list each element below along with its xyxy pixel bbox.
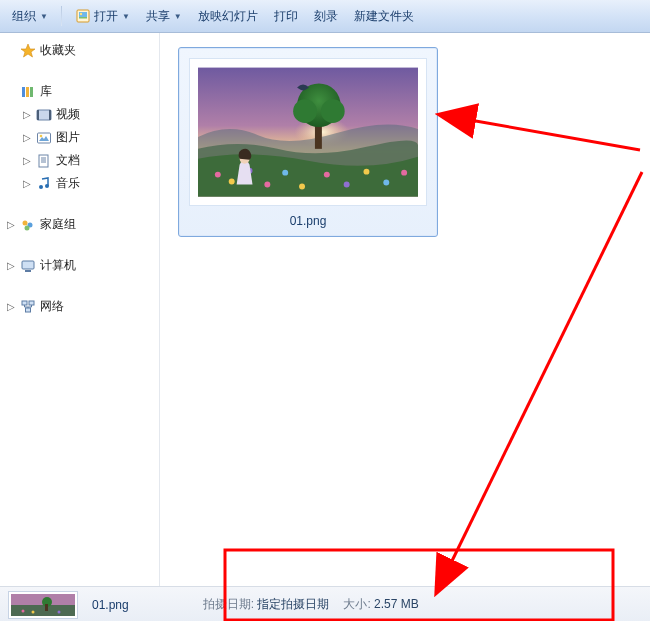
network-icon [20,299,36,315]
expand-icon[interactable]: ▷ [6,301,16,312]
svg-point-40 [324,172,330,178]
slideshow-label: 放映幻灯片 [198,8,258,25]
music-icon [36,176,52,192]
sidebar-item-documents[interactable]: ▷ 文档 [16,149,159,172]
dropdown-icon: ▼ [122,12,130,21]
date-label: 拍摄日期: [203,597,254,611]
libraries-icon [20,84,36,100]
svg-rect-27 [26,308,31,312]
open-icon [75,8,91,24]
new-folder-label: 新建文件夹 [354,8,414,25]
svg-rect-24 [25,270,31,272]
sidebar-item-libraries[interactable]: 库 [0,80,159,103]
svg-rect-9 [37,110,39,120]
svg-point-13 [40,134,43,137]
svg-rect-5 [22,87,25,97]
sidebar-item-computer[interactable]: ▷ 计算机 [0,254,159,277]
network-label: 网络 [40,298,64,315]
slideshow-button[interactable]: 放映幻灯片 [192,5,264,28]
svg-point-19 [45,184,49,188]
svg-rect-8 [37,110,51,120]
expand-icon[interactable]: ▷ [22,178,32,189]
svg-point-50 [22,609,25,612]
pictures-label: 图片 [56,129,80,146]
details-pane: 01.png 拍摄日期: 指定拍摄日期 大小: 2.57 MB [0,586,650,621]
svg-point-37 [264,182,270,188]
computer-group: ▷ 计算机 [0,254,159,277]
open-label: 打开 [94,8,118,25]
sidebar-item-network[interactable]: ▷ 网络 [0,295,159,318]
svg-rect-11 [38,133,51,143]
document-icon [36,153,52,169]
computer-icon [20,258,36,274]
svg-rect-49 [45,604,48,611]
image-preview-icon [198,67,418,197]
size-label: 大小: [343,597,370,611]
documents-label: 文档 [56,152,80,169]
burn-button[interactable]: 刻录 [308,5,344,28]
print-button[interactable]: 打印 [268,5,304,28]
svg-point-35 [229,179,235,185]
svg-point-41 [344,182,350,188]
svg-point-22 [25,225,30,230]
svg-point-51 [32,610,35,613]
burn-label: 刻录 [314,8,338,25]
toolbar: 组织 ▼ 打开 ▼ 共享 ▼ 放映幻灯片 打印 刻录 新建文件夹 [0,0,650,33]
favorites-label: 收藏夹 [40,42,76,59]
svg-point-39 [299,184,305,190]
svg-point-42 [363,169,369,175]
dropdown-icon: ▼ [40,12,48,21]
expand-icon[interactable]: ▷ [6,219,16,230]
libraries-label: 库 [40,83,52,100]
svg-rect-26 [29,301,34,305]
expand-icon[interactable]: ▷ [6,260,16,271]
svg-point-20 [23,220,28,225]
computer-label: 计算机 [40,257,76,274]
sidebar-item-favorites[interactable]: 收藏夹 [0,39,159,62]
sidebar-item-music[interactable]: ▷ 音乐 [16,172,159,195]
navigation-sidebar: 收藏夹 库 ▷ [0,33,160,586]
share-button[interactable]: 共享 ▼ [140,5,188,28]
svg-point-18 [39,185,43,189]
date-value[interactable]: 指定拍摄日期 [257,597,329,611]
svg-point-52 [58,610,61,613]
file-name-label: 01.png [189,206,427,228]
svg-point-44 [401,170,407,176]
svg-point-43 [383,180,389,186]
svg-rect-23 [22,261,34,269]
new-folder-button[interactable]: 新建文件夹 [348,5,420,28]
sidebar-item-pictures[interactable]: ▷ 图片 [16,126,159,149]
expand-icon[interactable]: ▷ [22,109,32,120]
picture-icon [36,130,52,146]
sidebar-item-homegroup[interactable]: ▷ 家庭组 [0,213,159,236]
file-list-area[interactable]: 01.png [160,33,650,586]
homegroup-group: ▷ 家庭组 [0,213,159,236]
svg-point-33 [321,99,345,123]
details-thumbnail [8,591,78,619]
svg-marker-4 [21,44,35,57]
svg-rect-10 [49,110,51,120]
svg-point-3 [80,13,82,15]
network-group: ▷ 网络 [0,295,159,318]
details-date: 拍摄日期: 指定拍摄日期 [203,596,330,613]
print-label: 打印 [274,8,298,25]
sidebar-item-videos[interactable]: ▷ 视频 [16,103,159,126]
svg-point-34 [215,172,221,178]
organize-button[interactable]: 组织 ▼ [6,5,54,28]
share-label: 共享 [146,8,170,25]
homegroup-label: 家庭组 [40,216,76,233]
libraries-children: ▷ 视频 ▷ 图片 ▷ [0,103,159,195]
svg-rect-47 [11,605,75,616]
open-button[interactable]: 打开 ▼ [69,5,136,28]
expand-icon[interactable]: ▷ [22,155,32,166]
libraries-group: 库 ▷ 视频 ▷ 图片 ▷ [0,80,159,195]
music-label: 音乐 [56,175,80,192]
svg-rect-6 [26,87,29,97]
main-area: 收藏夹 库 ▷ [0,33,650,586]
svg-rect-2 [79,17,87,19]
file-thumbnail-selected[interactable]: 01.png [178,47,438,237]
svg-rect-25 [22,301,27,305]
expand-icon[interactable]: ▷ [22,132,32,143]
details-size: 大小: 2.57 MB [343,596,418,613]
dropdown-icon: ▼ [174,12,182,21]
